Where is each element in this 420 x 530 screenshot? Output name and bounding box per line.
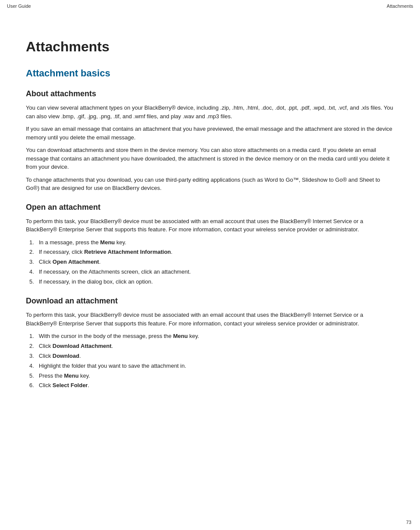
step-bold: Download [53, 353, 79, 359]
step-num: 2. [29, 342, 34, 351]
step-bold: Select Folder [53, 382, 88, 388]
step-item: 6.Click Select Folder. [26, 381, 394, 390]
open-attachment-steps: 1.In a message, press the Menu key. 2.If… [26, 238, 394, 287]
step-num: 2. [29, 248, 34, 257]
step-item: 1.With the cursor in the body of the mes… [26, 332, 394, 341]
step-item: 2.Click Download Attachment. [26, 342, 394, 351]
subsection-download-attachment: Download an attachment To perform this t… [26, 297, 394, 390]
step-bold: Retrieve Attachment Information [84, 249, 171, 255]
download-attachment-steps: 1.With the cursor in the body of the mes… [26, 332, 394, 390]
step-num: 6. [29, 381, 34, 390]
step-bold: Open Attachment [53, 259, 99, 265]
subsection-open-attachment: Open an attachment To perform this task,… [26, 203, 394, 287]
download-attachment-heading: Download an attachment [26, 297, 394, 306]
step-num: 5. [29, 278, 34, 287]
step-item: 5.Press the Menu key. [26, 372, 394, 381]
step-bold: Menu [173, 333, 188, 339]
page-footer: 73 [406, 520, 411, 525]
step-num: 4. [29, 268, 34, 277]
step-num: 5. [29, 372, 34, 381]
step-item: 3.Click Download. [26, 352, 394, 361]
step-num: 3. [29, 258, 34, 267]
page-title: Attachments [26, 39, 394, 55]
content-area: Attachments Attachment basics About atta… [0, 9, 420, 420]
step-item: 1.In a message, press the Menu key. [26, 238, 394, 247]
about-para-3: You can download attachments and store t… [26, 146, 394, 171]
about-para-4: To change attachments that you download,… [26, 176, 394, 192]
about-para-1: You can view several attachment types on… [26, 104, 394, 120]
step-item: 4.Highlight the folder that you want to … [26, 362, 394, 371]
step-num: 3. [29, 352, 34, 361]
section-heading: Attachment basics [26, 68, 394, 79]
download-attachment-intro: To perform this task, your BlackBerry® d… [26, 311, 394, 328]
open-attachment-heading: Open an attachment [26, 203, 394, 212]
header-right: Attachments [387, 3, 413, 9]
step-num: 4. [29, 362, 34, 371]
page-number: 73 [406, 520, 411, 525]
step-bold: Menu [100, 239, 115, 246]
step-num: 1. [29, 332, 34, 341]
open-attachment-intro: To perform this task, your BlackBerry® d… [26, 217, 394, 234]
page-header: User Guide Attachments [0, 2, 420, 10]
subsection-about-attachments: About attachments You can view several a… [26, 89, 394, 192]
step-bold: Menu [64, 372, 79, 379]
step-num: 1. [29, 238, 34, 247]
step-item: 4.If necessary, on the Attachments scree… [26, 268, 394, 277]
step-item: 5.If necessary, in the dialog box, click… [26, 278, 394, 287]
about-para-2: If you save an email message that contai… [26, 125, 394, 142]
about-attachments-heading: About attachments [26, 89, 394, 98]
step-item: 3.Click Open Attachment. [26, 258, 394, 267]
step-bold: Download Attachment [53, 343, 112, 349]
step-item: 2.If necessary, click Retrieve Attachmen… [26, 248, 394, 257]
header-left: User Guide [7, 3, 31, 9]
